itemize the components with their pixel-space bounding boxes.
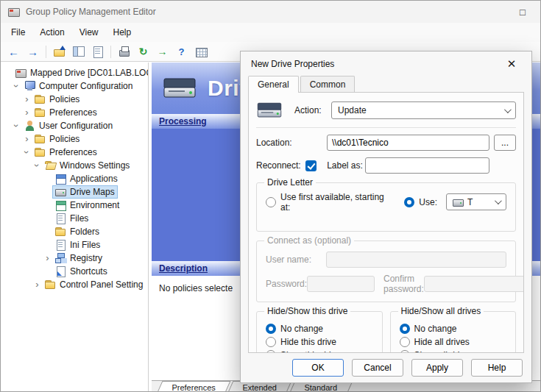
chevron-right-icon[interactable] xyxy=(22,134,32,144)
chevron-down-icon xyxy=(504,106,512,113)
menu-action[interactable]: Action xyxy=(32,25,71,40)
radio-icon xyxy=(400,350,410,353)
hide-show-all-drives-group: Hide/Show all drives No change Hide all … xyxy=(390,311,517,353)
help-button[interactable]: Help xyxy=(471,359,523,377)
new-drive-properties-dialog: New Drive Properties ✕ General Common Ac… xyxy=(240,51,532,383)
browse-button[interactable]: ... xyxy=(494,135,516,151)
tab-preferences[interactable]: Preferences xyxy=(156,381,231,391)
drive-letter-group: Drive Letter Use first available, starti… xyxy=(256,182,516,232)
tree-item-registry[interactable]: Registry xyxy=(1,252,148,265)
tree-item-user-preferences[interactable]: Preferences xyxy=(1,146,148,159)
close-icon[interactable]: ✕ xyxy=(502,57,521,71)
print-button[interactable] xyxy=(116,44,132,60)
tree-item-user-policies[interactable]: Policies xyxy=(1,132,148,146)
tree-item-root[interactable]: Mapped Drive [DC01.LAB.LOCA xyxy=(1,66,148,79)
hide-all-drives-radio[interactable]: Hide all drives xyxy=(400,335,507,349)
tree-item-computer-configuration[interactable]: Computer Configuration xyxy=(1,79,148,93)
chevron-down-icon[interactable] xyxy=(22,147,32,157)
tab-general[interactable]: General xyxy=(248,76,299,92)
drive-icon xyxy=(453,197,464,207)
tree-item-ini-files[interactable]: Ini Files xyxy=(1,238,148,252)
hide-this-drive-radio[interactable]: Hide this drive xyxy=(266,335,373,349)
filter-options-button[interactable] xyxy=(192,44,209,60)
drive-icon xyxy=(55,187,66,197)
chevron-down-icon[interactable] xyxy=(32,160,42,171)
chevron-right-icon[interactable] xyxy=(43,253,52,263)
folder-icon xyxy=(35,94,46,104)
chevron-right-icon[interactable] xyxy=(22,94,32,104)
chevron-right-icon[interactable] xyxy=(22,107,32,118)
label-as-input[interactable] xyxy=(365,157,489,174)
chevron-placeholder xyxy=(43,174,52,184)
all-no-change-radio[interactable]: No change xyxy=(400,322,507,335)
tree-item-user-configuration[interactable]: User Configuration xyxy=(1,119,148,132)
tree-item-windows-settings[interactable]: Windows Settings xyxy=(1,159,148,172)
ini-files-icon xyxy=(55,240,66,250)
chevron-down-icon[interactable] xyxy=(12,81,21,91)
folder-icon xyxy=(35,107,46,118)
location-input[interactable] xyxy=(327,135,489,151)
maximize-button[interactable]: □ xyxy=(512,7,533,18)
console-tree-toggle-button[interactable] xyxy=(70,44,87,60)
registry-icon xyxy=(55,253,66,263)
drive-dialog-icon xyxy=(256,100,283,121)
processing-link[interactable]: Processing xyxy=(159,116,207,126)
chevron-placeholder xyxy=(43,266,52,277)
up-one-level-button[interactable] xyxy=(51,44,68,60)
back-button[interactable]: ← xyxy=(5,44,22,60)
confirm-password-label: Confirm password: xyxy=(383,274,424,294)
location-row: Location: ... xyxy=(256,135,516,151)
ok-button[interactable]: OK xyxy=(292,359,344,377)
tree-item-computer-preferences[interactable]: Preferences xyxy=(1,106,148,119)
apply-button[interactable]: Apply xyxy=(411,359,463,377)
drive-letter-group-title: Drive Letter xyxy=(264,177,316,188)
forward-button[interactable]: → xyxy=(24,44,41,60)
chevron-placeholder xyxy=(43,200,52,210)
tree-item-computer-policies[interactable]: Policies xyxy=(1,93,148,106)
cancel-button[interactable]: Cancel xyxy=(352,359,403,377)
toolbar-separator xyxy=(110,46,111,58)
tree-item-files[interactable]: Files xyxy=(1,212,148,225)
reconnect-checkbox[interactable] xyxy=(305,160,317,171)
open-folder-icon xyxy=(45,160,56,171)
tree-item-shortcuts[interactable]: Shortcuts xyxy=(1,265,148,278)
connect-as-group-title: Connect as (optional) xyxy=(264,235,354,246)
description-link[interactable]: Description xyxy=(159,263,208,274)
help-button[interactable]: ? xyxy=(173,44,190,60)
tab-common[interactable]: Common xyxy=(300,76,356,92)
refresh-button[interactable]: ↻ xyxy=(135,44,152,60)
menu-view[interactable]: View xyxy=(72,25,106,40)
no-policies-message: No policies selecte xyxy=(159,283,233,293)
hide-show-row: Hide/Show this drive No change Hide this… xyxy=(256,302,516,353)
export-list-button[interactable]: → xyxy=(154,44,171,60)
chevron-right-icon[interactable] xyxy=(32,279,42,290)
confirm-password-input xyxy=(424,276,524,292)
tree-item-applications[interactable]: Applications xyxy=(1,172,148,185)
tree-item-folders[interactable]: Folders xyxy=(1,225,148,238)
reconnect-label: Reconnect: xyxy=(256,160,305,171)
drive-letter-select[interactable]: T xyxy=(446,193,506,210)
drive-maps-header-icon xyxy=(162,75,197,101)
radio-icon xyxy=(266,197,276,207)
menu-help[interactable]: Help xyxy=(106,25,139,40)
tree-item-environment[interactable]: Environment xyxy=(1,199,148,212)
use-first-available-radio[interactable]: Use first available, starting at: xyxy=(266,196,392,209)
tree-item-control-panel-settings[interactable]: Control Panel Setting xyxy=(1,278,148,291)
show-this-drive-radio[interactable]: Show this drive xyxy=(266,349,373,353)
show-all-drives-radio[interactable]: Show all drives xyxy=(400,349,507,353)
properties-button[interactable] xyxy=(89,44,106,60)
action-select[interactable]: Update xyxy=(331,101,516,119)
radio-checked-icon xyxy=(400,324,410,334)
menu-bar: File Action View Help xyxy=(1,23,540,42)
toolbar-separator xyxy=(46,46,46,58)
chevron-down-icon[interactable] xyxy=(12,121,21,131)
properties-icon xyxy=(92,46,104,57)
environment-icon xyxy=(55,200,66,210)
hide-show-this-drive-group: Hide/Show this drive No change Hide this… xyxy=(256,311,383,353)
tree-item-drive-maps[interactable]: Drive Maps xyxy=(1,185,148,199)
window-title: Group Policy Management Editor xyxy=(26,7,506,17)
title-bar: Group Policy Management Editor □ xyxy=(1,1,540,23)
this-no-change-radio[interactable]: No change xyxy=(266,322,373,335)
use-radio[interactable]: Use: xyxy=(404,196,437,209)
menu-file[interactable]: File xyxy=(4,25,32,40)
